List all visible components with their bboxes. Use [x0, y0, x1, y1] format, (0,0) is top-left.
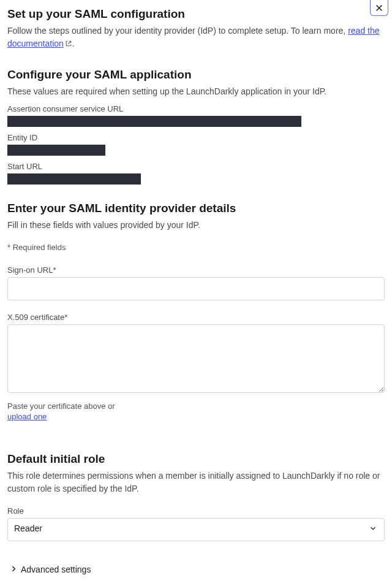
- cert-label: X.509 certificate*: [7, 313, 385, 322]
- role-label: Role: [7, 506, 385, 516]
- role-title: Default initial role: [7, 452, 385, 466]
- idp-title: Enter your SAML identity provider detail…: [7, 202, 385, 215]
- configure-description: These values are required when setting u…: [7, 85, 385, 98]
- role-section: Default initial role This role determine…: [7, 452, 385, 541]
- required-fields-note: * Required fields: [7, 243, 385, 252]
- page-title: Set up your SAML configuration: [7, 7, 385, 21]
- advanced-settings-toggle[interactable]: Advanced settings: [7, 565, 385, 574]
- start-url-value[interactable]: [7, 173, 141, 185]
- role-description: This role determines permissions when a …: [7, 470, 385, 495]
- advanced-settings-label: Advanced settings: [21, 565, 91, 574]
- close-icon: [375, 4, 383, 12]
- external-link-icon: [65, 38, 72, 51]
- acs-url-label: Assertion consumer service URL: [7, 104, 385, 113]
- desc-text: Follow the steps outlined by your identi…: [7, 26, 348, 36]
- signon-url-input[interactable]: [7, 277, 385, 300]
- idp-section: Enter your SAML identity provider detail…: [7, 202, 385, 422]
- cert-textarea[interactable]: [7, 324, 385, 393]
- configure-title: Configure your SAML application: [7, 68, 385, 82]
- idp-description: Fill in these fields with values provide…: [7, 219, 385, 232]
- desc-suffix: .: [72, 39, 75, 48]
- role-select[interactable]: Reader: [7, 518, 385, 541]
- configure-section: Configure your SAML application These va…: [7, 68, 385, 185]
- chevron-right-icon: [10, 565, 17, 574]
- signon-url-label: Sign-on URL*: [7, 265, 385, 275]
- page-description: Follow the steps outlined by your identi…: [7, 25, 385, 51]
- role-select-wrap: Reader: [7, 518, 385, 541]
- acs-url-value[interactable]: [7, 116, 301, 127]
- upload-cert-link[interactable]: upload one: [7, 412, 47, 421]
- cert-helper-text: Paste your certificate above or: [7, 401, 385, 411]
- start-url-label: Start URL: [7, 162, 385, 171]
- close-button[interactable]: [370, 0, 388, 16]
- entity-id-value[interactable]: [7, 145, 105, 156]
- entity-id-label: Entity ID: [7, 133, 385, 142]
